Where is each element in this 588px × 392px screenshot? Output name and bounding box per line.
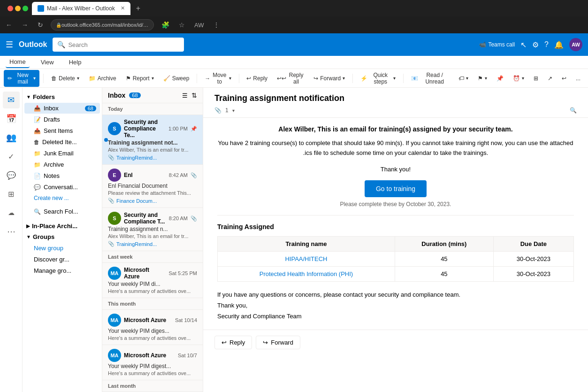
maximize-btn[interactable] <box>23 6 28 11</box>
hamburger-menu-icon[interactable]: ☰ <box>6 39 13 50</box>
avatar[interactable]: AW <box>569 38 582 51</box>
minimize-btn[interactable] <box>15 6 21 11</box>
bookmark-icon[interactable]: ☆ <box>177 19 187 31</box>
folder-item-conversations[interactable]: 💬 Conversati... <box>24 182 100 192</box>
flag-email-3-icon: 📎 <box>191 215 197 222</box>
flag-button[interactable]: ⚑ ▾ <box>474 73 491 84</box>
email-item-4[interactable]: MA Microsoft Azure Sat 5:25 PM Your week… <box>102 263 203 298</box>
zoom-button[interactable]: ⊞ <box>530 73 542 84</box>
footer-text: If you have any questions or concerns, p… <box>217 289 574 300</box>
email-item-6[interactable]: MA Microsoft Azure Sat 10/7 Your weekly … <box>102 345 203 380</box>
search-input[interactable] <box>68 41 179 48</box>
settings-icon[interactable]: ⚙ <box>532 40 539 49</box>
move-to-button[interactable]: → Move to ▾ <box>201 70 235 87</box>
extensions-icon[interactable]: 🧩 <box>160 19 171 31</box>
folder-item-sent[interactable]: 📤 Sent Items <box>24 125 100 136</box>
sidebar-icon-todo[interactable]: ✓ <box>3 148 20 165</box>
forward-button-bottom[interactable]: ↪ Forward <box>256 336 300 349</box>
folders-section-header[interactable]: ▼ Folders <box>23 92 102 102</box>
report-button[interactable]: ⚑ Report ▾ <box>122 73 158 84</box>
menu-help[interactable]: Help <box>65 57 85 68</box>
folder-item-search[interactable]: 🔍 Search Fol... <box>24 206 100 217</box>
duration-2: 45 <box>395 266 493 281</box>
sidebar-icon-people[interactable]: 👥 <box>3 129 20 146</box>
quick-steps-button[interactable]: ⚡ Quick steps ▾ <box>357 70 399 87</box>
pin-button[interactable]: 📌 <box>493 73 507 84</box>
training-name-1[interactable]: HIPAA/HITECH <box>218 251 395 266</box>
folder-item-deleted[interactable]: 🗑 Deleted Ite... <box>24 137 100 147</box>
archive-expand-icon: ▶ <box>26 223 30 229</box>
teams-call-button[interactable]: 📹 Teams call <box>479 41 515 48</box>
new-tab-icon[interactable]: + <box>136 4 140 13</box>
archive-button[interactable]: 📁 Archive <box>85 73 120 84</box>
browser-menu-icon[interactable]: ⋮ <box>211 19 221 31</box>
help-icon[interactable]: ? <box>544 40 549 49</box>
email-3-attachment: 📎 TrainingRemind... <box>108 241 197 247</box>
notifications-icon[interactable]: 🔔 <box>554 40 564 49</box>
profile-icon[interactable]: AW <box>192 20 206 31</box>
menu-view[interactable]: View <box>37 57 58 68</box>
folder-item-junk[interactable]: 📁 Junk Email <box>24 148 100 159</box>
email-item-3[interactable]: S Security and Compliance T... 8:20 AM 📎… <box>102 208 203 251</box>
sidebar-icon-apps[interactable]: ⊞ <box>3 185 20 202</box>
folder-item-manage-groups[interactable]: Manage gro... <box>24 265 100 276</box>
sweep-button[interactable]: 🧹 Sweep <box>160 73 193 84</box>
sort-icon[interactable]: ⇅ <box>191 92 197 99</box>
folder-item-drafts[interactable]: 📝 Drafts <box>24 114 100 125</box>
reply-button-toolbar[interactable]: ↩ Reply <box>243 73 271 84</box>
filter-icon[interactable]: ☰ <box>182 92 188 99</box>
tag-button[interactable]: 🏷 ▾ <box>455 73 472 84</box>
sweep-icon: 🧹 <box>163 75 170 82</box>
pop-out-button[interactable]: ↗ <box>544 73 556 84</box>
address-bar[interactable]: 🔒 outlook.office365.com/mail/inbox/id/AA… <box>51 19 154 31</box>
email-item-2[interactable]: E Enl 8:42 AM 📎 Enl Financial Document P… <box>102 165 203 208</box>
sidebar-icon-calendar[interactable]: 📅 <box>3 110 20 127</box>
browser-tab[interactable]: Mail - Alex Wilber - Outlook ✕ <box>32 2 130 15</box>
read-unread-button[interactable]: 📧 Read / Unread <box>407 70 453 87</box>
folder-item-create-new[interactable]: Create new ... <box>24 193 100 203</box>
undo-button[interactable]: ↩ <box>558 73 570 84</box>
sidebar-icon-teams[interactable]: 💬 <box>3 167 20 184</box>
menu-home[interactable]: Home <box>6 56 30 68</box>
report-dropdown-icon: ▾ <box>152 76 154 81</box>
sidebar-icon-mail[interactable]: ✉ <box>3 92 20 108</box>
delete-button[interactable]: 🗑 Delete ▾ <box>47 73 83 84</box>
go-to-training-button[interactable]: Go to training <box>365 180 427 197</box>
more-options-button[interactable]: ... <box>572 73 584 84</box>
forward-nav-icon[interactable]: → <box>20 19 30 31</box>
sidebar-icon-more[interactable]: ⋯ <box>3 223 20 240</box>
forward-button-toolbar[interactable]: ↪ Forward ▾ <box>310 73 349 84</box>
folder-item-archive[interactable]: 📁 Archive <box>24 159 100 170</box>
back-icon[interactable]: ← <box>4 19 14 31</box>
in-place-archive-header[interactable]: ▶ In-Place Archi... <box>23 221 102 231</box>
folder-item-notes[interactable]: 📄 Notes <box>24 170 100 181</box>
snooze-button[interactable]: ⏰ ▾ <box>509 73 528 84</box>
reading-more-icon[interactable]: 🔍 <box>570 107 577 114</box>
folder-item-new-group[interactable]: New group <box>24 243 100 254</box>
email-item-1[interactable]: S Security and Compliance Te... 1:00 PM … <box>102 115 203 165</box>
new-mail-dropdown-icon[interactable]: ▾ <box>33 76 36 81</box>
email-4-subject: Your weekly PIM di... <box>108 281 197 287</box>
attachment-dropdown-icon[interactable]: ▾ <box>232 108 235 113</box>
folder-item-discover-groups[interactable]: Discover gr... <box>24 254 100 265</box>
duration-1: 45 <box>395 251 493 266</box>
reply-button-bottom[interactable]: ↩ Reply <box>214 336 252 349</box>
reload-icon[interactable]: ↻ <box>36 19 45 31</box>
deleted-icon: 🗑 <box>34 139 39 146</box>
new-mail-button[interactable]: ✏ New mail ▾ <box>4 70 39 87</box>
period-today: Today <box>102 103 203 115</box>
global-search-box[interactable]: 🔍 <box>53 38 184 52</box>
email-item-5[interactable]: MA Microsoft Azure Sat 10/14 Your weekly… <box>102 310 203 345</box>
groups-section-header[interactable]: ▼ Groups <box>23 231 102 242</box>
folder-item-inbox[interactable]: 📥 Inbox 68 <box>24 103 100 114</box>
tab-close-icon[interactable]: ✕ <box>121 5 125 11</box>
training-name-2[interactable]: Protected Health Information (PHI) <box>218 266 395 281</box>
email-list-title: Inbox <box>108 92 125 99</box>
reply-all-button[interactable]: ↩↩ Reply all <box>273 70 308 87</box>
close-btn[interactable] <box>8 6 13 11</box>
email-2-preview: Please review the attachment This... <box>108 190 197 196</box>
email-4-preview: Here's a summary of activities ove... <box>108 288 197 294</box>
email-3-avatar: S <box>108 212 121 225</box>
sidebar-icon-onedrive[interactable]: ☁ <box>3 204 20 221</box>
feedback-icon[interactable]: ↖ <box>520 40 527 49</box>
